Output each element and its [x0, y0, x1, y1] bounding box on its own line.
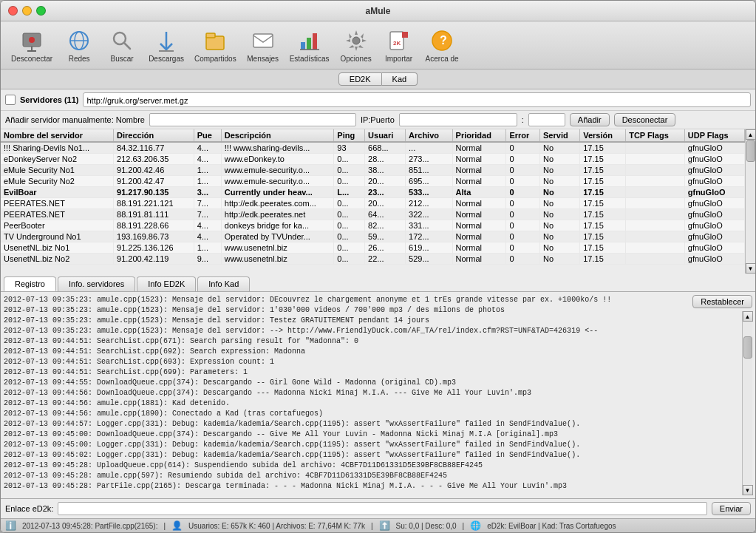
minimize-btn[interactable]	[22, 6, 32, 16]
maximize-btn[interactable]	[36, 6, 46, 16]
descargas-btn[interactable]: Descargas	[144, 24, 188, 66]
svg-line-8	[124, 43, 130, 49]
mensajes-icon	[250, 27, 276, 54]
mensajes-btn[interactable]: Mensajes	[242, 24, 284, 66]
col-tcp: TCP Flags	[626, 129, 685, 142]
compartidos-label: Compartidos	[194, 55, 236, 63]
bottom-input-bar: Enlace eD2k: Enviar	[1, 498, 755, 518]
table-row[interactable]: TV Underground No1193.169.86.734...Opera…	[1, 231, 745, 242]
server-count-label: Servidores (11)	[20, 95, 78, 104]
table-row[interactable]: PEERATES.NET88.191.81.1117...http://edk.…	[1, 209, 745, 220]
redes-label: Redes	[69, 55, 90, 63]
kad-btn[interactable]: Kad	[382, 72, 418, 86]
server-port-input[interactable]	[528, 113, 565, 126]
status-bar: ℹ️ 2012-07-13 09:45:28: PartFile.cpp(216…	[1, 518, 755, 532]
tab-info-kad[interactable]: Info Kad	[197, 276, 250, 291]
log-line: 2012-07-13 09:44:55: DownloadQueue.cpp(3…	[4, 378, 689, 388]
servers-tbody: !!! Sharing-Devils No1...84.32.116.774..…	[1, 142, 745, 265]
table-row[interactable]: PeerBooter88.191.228.664...donkeys bridg…	[1, 220, 745, 231]
table-row[interactable]: !!! Sharing-Devils No1...84.32.116.774..…	[1, 142, 745, 154]
log-scroll-thumb[interactable]	[743, 336, 752, 359]
tab-info-ed2k[interactable]: Info ED2K	[137, 276, 196, 291]
server-url[interactable]: http://gruk.org/server.met.gz	[83, 92, 751, 107]
svg-rect-20	[402, 32, 408, 38]
info-icon: ℹ️	[5, 520, 16, 531]
log-line: 2012-07-13 09:45:00: DownloadQueue.cpp(3…	[4, 430, 689, 440]
status-separator2: |	[371, 522, 373, 530]
log-line: 2012-07-13 09:44:56: amule.cpp(1890): Co…	[4, 409, 689, 419]
manual-add-label: Añadir servidor manualmente: Nombre	[5, 115, 145, 124]
col-ping: Ping	[334, 129, 365, 142]
desconectar-btn[interactable]: Desconectar	[7, 24, 57, 66]
svg-point-18	[353, 37, 360, 44]
log-scroll-down[interactable]: ▼	[743, 485, 753, 495]
main-window: aMule Desconectar Rede	[0, 0, 756, 533]
log-line: 2012-07-13 09:44:51: SearchList.cpp(693)…	[4, 357, 689, 367]
log-line: 2012-07-13 09:44:51: SearchList.cpp(699)…	[4, 367, 689, 378]
scroll-up-arrow[interactable]: ▲	[746, 129, 756, 140]
send-btn[interactable]: Enviar	[712, 502, 751, 515]
table-row[interactable]: PEERATES.NET88.191.221.1217...http://edk…	[1, 198, 745, 209]
disconnect-server-btn[interactable]: Desconectar	[614, 113, 676, 126]
acerca-label: Acerca de	[426, 55, 459, 63]
table-row[interactable]: eMule Security No291.200.42.471...www.em…	[1, 176, 745, 187]
log-line: 2012-07-13 09:35:23: amule.cpp(1523): Me…	[4, 326, 689, 336]
ed2k-btn[interactable]: ED2K	[338, 72, 382, 86]
log-scroll-track	[743, 322, 752, 485]
opciones-btn[interactable]: Opciones	[336, 24, 377, 66]
server-name-input[interactable]	[149, 113, 356, 126]
redes-btn[interactable]: Redes	[58, 24, 100, 66]
buscar-btn[interactable]: Buscar	[101, 24, 143, 66]
col-users: Usuari	[365, 129, 406, 142]
log-status-text: 2012-07-13 09:45:28: PartFile.cpp(2165):	[22, 522, 157, 530]
tab-registro[interactable]: Registro	[4, 276, 56, 291]
log-area[interactable]: 2012-07-13 09:35:23: amule.cpp(1523): Me…	[1, 292, 692, 498]
log-scroll-up[interactable]: ▲	[743, 311, 753, 322]
add-server-btn[interactable]: Añadir	[570, 113, 610, 126]
ed2k-link-input[interactable]	[58, 502, 706, 515]
log-line: 2012-07-13 09:44:51: SearchList.cpp(671)…	[4, 336, 689, 347]
estadisticas-label: Estadísticas	[290, 55, 330, 63]
close-btn[interactable]	[8, 6, 18, 16]
restablecer-btn[interactable]: Restablecer	[692, 295, 752, 308]
svg-point-3	[29, 37, 35, 43]
col-error: Error	[506, 129, 540, 142]
server-checkbox[interactable]	[5, 95, 16, 105]
table-row[interactable]: UsenetNL.biz No191.225.136.1261...www.us…	[1, 242, 745, 254]
log-line: 2012-07-13 09:44:56: DownloadQueue.cpp(3…	[4, 388, 689, 398]
estadisticas-btn[interactable]: Estadísticas	[285, 24, 334, 66]
svg-rect-12	[206, 33, 215, 38]
mensajes-label: Mensajes	[247, 55, 279, 63]
table-row[interactable]: eDonkeyServer No2212.63.206.354...www.eD…	[1, 154, 745, 165]
status-separator3: |	[463, 522, 465, 530]
colon-sep: :	[522, 115, 524, 124]
network-icon: 🌐	[470, 520, 481, 531]
servers-table-container: Nombre del servidor Dirección Pue Descri…	[1, 129, 745, 274]
importar-label: Importar	[385, 55, 412, 63]
window-controls	[8, 6, 46, 16]
compartidos-btn[interactable]: Compartidos	[190, 24, 241, 66]
col-addr: Dirección	[114, 129, 194, 142]
table-row[interactable]: EvilBoar91.217.90.1353...Currently under…	[1, 187, 745, 198]
acerca-icon: ?	[429, 27, 455, 54]
importar-btn[interactable]: 2K Importar	[378, 24, 420, 66]
speed-icon: ⬆️	[379, 520, 390, 531]
buscar-icon	[109, 27, 135, 54]
log-inner: 2012-07-13 09:35:23: amule.cpp(1523): Me…	[1, 292, 755, 498]
scroll-thumb[interactable]	[746, 140, 755, 162]
log-line: 2012-07-13 09:35:23: amule.cpp(1523): Me…	[4, 295, 689, 305]
acerca-btn[interactable]: ? Acerca de	[421, 24, 463, 66]
table-row[interactable]: UsenetNL.biz No291.200.42.1199...www.use…	[1, 254, 745, 265]
tab-info-servidores[interactable]: Info. servidores	[58, 276, 135, 291]
desconectar-label: Desconectar	[11, 55, 52, 63]
bottom-section: Registro Info. servidores Info ED2K Info…	[1, 274, 755, 532]
table-header-row: Nombre del servidor Dirección Pue Descri…	[1, 129, 745, 142]
col-port: Pue	[194, 129, 221, 142]
scroll-down-arrow[interactable]: ▼	[746, 263, 756, 274]
server-ip-input[interactable]	[399, 113, 517, 126]
ip-port-label: IP:Puerto	[361, 115, 395, 124]
log-line: 2012-07-13 09:35:23: amule.cpp(1523): Me…	[4, 316, 689, 326]
table-row[interactable]: eMule Security No191.200.42.461...www.em…	[1, 165, 745, 176]
servers-table-section: Nombre del servidor Dirección Pue Descri…	[1, 129, 755, 274]
svg-rect-14	[301, 42, 305, 50]
